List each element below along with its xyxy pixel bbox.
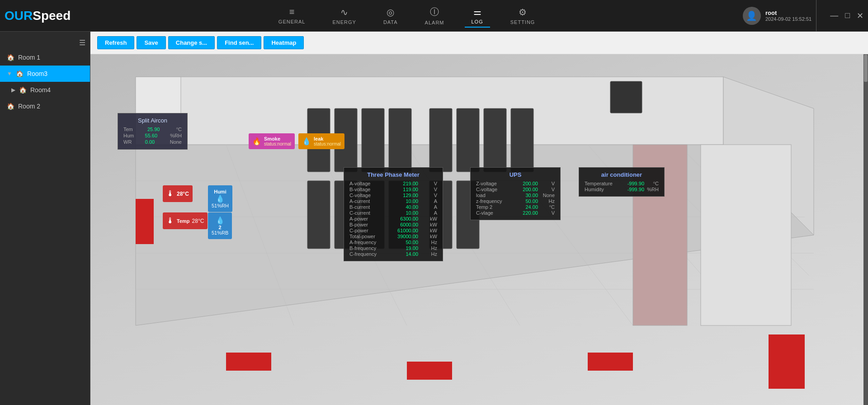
sidebar-room1-label: Room 1 <box>18 54 40 61</box>
three-phase-row-4: B-current 40.00 A <box>349 204 437 210</box>
scrollbar-thumb[interactable] <box>864 55 868 82</box>
ups-panel[interactable]: UPS Z-voltage 200.00 V C-voltage 200.00 … <box>470 167 561 220</box>
right-scrollbar[interactable] <box>863 54 868 405</box>
sidebar-header: ☰ <box>0 36 90 49</box>
svg-rect-31 <box>226 353 271 371</box>
svg-rect-36 <box>610 81 642 113</box>
svg-rect-19 <box>307 181 330 249</box>
ac-row-0: Temperature -999.90 °C <box>585 181 659 186</box>
maximize-button[interactable]: □ <box>845 11 850 20</box>
smoke-sensor[interactable]: 🔥 Smoke status:normal <box>249 133 295 149</box>
logo: OURSpeed <box>5 9 71 23</box>
leak-icon: 💧 <box>302 137 311 146</box>
leak-status: status:normal <box>314 141 341 146</box>
nav-data[interactable]: ◎ DATA <box>377 5 405 27</box>
nav-alarm[interactable]: Ⓘ ALARM <box>418 4 451 28</box>
content-area: Refresh Save Change s... Find sen... Hea… <box>90 32 868 405</box>
ups-title: UPS <box>476 171 555 178</box>
humi2-value: 51%RB <box>212 230 228 235</box>
three-phase-row-12: C-frequency 14.00 Hz <box>349 251 437 257</box>
svg-rect-26 <box>511 108 533 172</box>
svg-rect-23 <box>429 108 452 172</box>
three-phase-row-8: C-power 61000.00 kW <box>349 228 437 233</box>
temp2-sensor[interactable]: 🌡 Temp 28°C <box>163 212 208 229</box>
three-phase-row-2: C-voltage 129.00 V <box>349 193 437 198</box>
humi1-icon: 💧 <box>216 194 225 203</box>
close-button[interactable]: ✕ <box>857 11 863 21</box>
ups-row-1: C-voltage 200.00 V <box>476 187 555 192</box>
split-aircon-panel[interactable]: Split Aircon Tem 25.90 °C Hum 55.60 %RH … <box>118 113 188 150</box>
title-bar: OURSpeed ≡ GENERAL ∿ ENERGY ◎ DATA Ⓘ ALA… <box>0 0 868 32</box>
temp1-icon: 🌡 <box>166 189 175 198</box>
smoke-name: Smoke <box>264 136 291 141</box>
window-controls: — □ ✕ <box>830 11 863 21</box>
temp1-value: 28°C <box>177 191 189 197</box>
room-svg <box>90 54 868 405</box>
three-phase-row-7: B-power 6000.00 kW <box>349 222 437 227</box>
sidebar-item-room4[interactable]: ▶ 🏠 Room4 <box>0 82 90 98</box>
sidebar-toggle-icon[interactable]: ☰ <box>79 38 85 47</box>
energy-icon: ∿ <box>340 7 348 18</box>
nav-setting[interactable]: ⚙ SETTING <box>504 5 542 27</box>
split-aircon-row-2: WR 0.00 None <box>123 139 182 145</box>
sidebar-item-room1[interactable]: 🏠 Room 1 <box>0 49 90 66</box>
three-phase-panel[interactable]: Three Phase Meter A-voltage 219.00 V B-v… <box>344 167 443 261</box>
three-phase-row-11: B-frequency 19.00 Hz <box>349 245 437 251</box>
humi1-sensor[interactable]: Humi 💧 51%RH <box>208 185 232 212</box>
three-phase-row-9: Total-power 39000.00 kW <box>349 234 437 239</box>
nav-log[interactable]: ⚌ LOG <box>465 4 490 28</box>
minimize-button[interactable]: — <box>830 11 838 20</box>
three-phase-row-3: A-current 10.00 A <box>349 198 437 204</box>
ac-title: air conditioner <box>585 171 659 178</box>
find-sen-button[interactable]: Find sen... <box>217 36 261 49</box>
heatmap-button[interactable]: Heatmap <box>264 36 304 49</box>
user-info: root 2024-09-02 15:52:51 <box>765 9 811 22</box>
ac-panel[interactable]: air conditioner Temperature -999.90 °C H… <box>579 167 665 197</box>
nav-energy-label: ENERGY <box>332 19 356 25</box>
refresh-button[interactable]: Refresh <box>97 36 134 49</box>
ups-row-0: Z-voltage 200.00 V <box>476 181 555 186</box>
username: root <box>765 9 811 16</box>
sidebar-room4-label: Room4 <box>30 86 51 94</box>
temp1-sensor[interactable]: 🌡 28°C <box>163 185 193 202</box>
alarm-icon: Ⓘ <box>430 6 439 18</box>
ups-row-4: Temp 2 24.00 °C <box>476 204 555 210</box>
save-button[interactable]: Save <box>137 36 165 49</box>
ups-row-5: C-vlage 220.00 V <box>476 210 555 216</box>
sidebar-item-room3[interactable]: ▼ 🏠 Room3 <box>0 66 90 82</box>
sidebar-item-room2[interactable]: 🏠 Room 2 <box>0 98 90 114</box>
temp2-value: 28°C <box>192 218 204 224</box>
three-phase-row-5: C-current 10.00 A <box>349 210 437 216</box>
split-aircon-row-0: Tem 25.90 °C <box>123 127 182 132</box>
logo-speed: Speed <box>33 9 71 23</box>
svg-rect-24 <box>457 108 479 172</box>
temp2-icon: 🌡 <box>166 216 175 226</box>
toolbar: Refresh Save Change s... Find sen... Hea… <box>90 32 868 54</box>
change-s-button[interactable]: Change s... <box>168 36 215 49</box>
nav-log-label: LOG <box>472 19 483 24</box>
svg-rect-18 <box>389 108 411 172</box>
smoke-status: status:normal <box>264 141 291 146</box>
ups-row-3: z-frequency 50.00 Hz <box>476 198 555 204</box>
avatar: 👤 <box>743 7 761 25</box>
setting-icon: ⚙ <box>519 7 527 18</box>
humi1-value: 51%RH <box>212 203 229 208</box>
ac-row-1: Humidity -999.90 %RH <box>585 187 659 192</box>
leak-sensor[interactable]: 💧 leak status:normal <box>298 133 344 149</box>
three-phase-row-10: A-frequency 50.00 Hz <box>349 240 437 245</box>
smoke-icon: 🔥 <box>252 137 261 146</box>
svg-rect-30 <box>701 145 791 325</box>
nav-general[interactable]: ≡ GENERAL <box>272 5 312 27</box>
sidebar-room3-label: Room3 <box>27 70 47 77</box>
humi2-num: 2 <box>219 225 222 230</box>
leak-name: leak <box>314 136 341 141</box>
split-aircon-title: Split Aircon <box>123 117 182 124</box>
log-icon: ⚌ <box>473 6 481 17</box>
nav-energy[interactable]: ∿ ENERGY <box>326 5 363 27</box>
humi2-sensor[interactable]: 💧 2 51%RB <box>208 212 232 239</box>
main-layout: ☰ 🏠 Room 1 ▼ 🏠 Room3 ▶ 🏠 Room4 🏠 Room 2 … <box>0 32 868 405</box>
humi2-icon: 💧 <box>216 216 225 225</box>
humi1-name: Humi <box>214 189 226 194</box>
three-phase-row-1: B-voltage 119.00 V <box>349 187 437 192</box>
logo-our: OUR <box>5 9 33 23</box>
